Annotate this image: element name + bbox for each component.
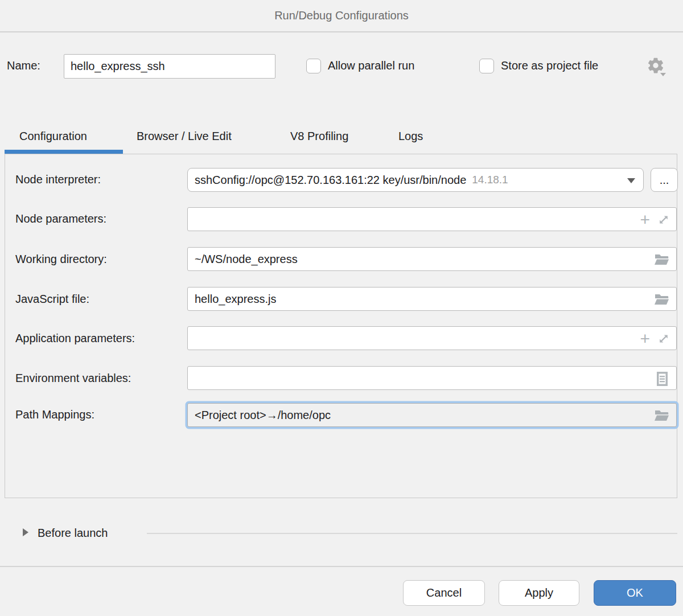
chevron-down-icon xyxy=(660,73,666,76)
list-icon[interactable] xyxy=(656,367,668,391)
expand-icon[interactable] xyxy=(657,327,670,351)
store-as-project-file-label[interactable]: Store as project file xyxy=(501,59,598,72)
active-tab-indicator xyxy=(5,150,123,154)
apply-button[interactable]: Apply xyxy=(499,580,579,606)
store-as-project-file-checkbox[interactable] xyxy=(479,59,494,73)
tab-configuration[interactable]: Configuration xyxy=(19,130,87,143)
triangle-right-icon[interactable] xyxy=(23,528,28,536)
expand-icon[interactable] xyxy=(657,208,670,232)
configuration-panel: Node interpreter: sshConfig://opc@152.70… xyxy=(5,154,677,498)
open-folder-icon[interactable] xyxy=(654,248,669,272)
path-mappings-label: Path Mappings: xyxy=(15,408,94,421)
javascript-file-input[interactable]: hello_express.js xyxy=(187,287,677,311)
node-interpreter-label: Node interpreter: xyxy=(15,173,101,186)
name-label: Name: xyxy=(7,59,40,72)
open-folder-icon[interactable] xyxy=(654,404,669,428)
gear-icon[interactable] xyxy=(647,56,667,77)
path-mappings-value: <Project root>→/home/opc xyxy=(195,409,331,422)
footer-separator xyxy=(0,566,683,567)
working-directory-value: ~/WS/node_express xyxy=(195,253,298,266)
node-parameters-label: Node parameters: xyxy=(15,212,106,225)
application-parameters-input[interactable]: + xyxy=(187,326,677,350)
node-interpreter-browse-button[interactable]: ... xyxy=(651,168,678,192)
node-parameters-input[interactable]: + xyxy=(187,207,677,231)
open-folder-icon[interactable] xyxy=(654,288,669,311)
path-mappings-input[interactable]: <Project root>→/home/opc xyxy=(187,403,677,427)
working-directory-input[interactable]: ~/WS/node_express xyxy=(187,247,677,271)
allow-parallel-run-checkbox[interactable] xyxy=(306,59,321,73)
run-debug-configurations-dialog: { "title": "Run/Debug Configurations", "… xyxy=(0,0,683,616)
dialog-titlebar: Run/Debug Configurations xyxy=(0,0,683,32)
node-interpreter-combobox[interactable]: sshConfig://opc@152.70.163.161:22 key/us… xyxy=(187,168,644,192)
working-directory-label: Working directory: xyxy=(15,253,107,266)
javascript-file-label: JavaScript file: xyxy=(15,293,89,306)
plus-icon[interactable]: + xyxy=(640,208,650,232)
application-parameters-label: Application parameters: xyxy=(15,332,135,345)
chevron-down-icon[interactable] xyxy=(627,178,635,183)
cancel-button[interactable]: Cancel xyxy=(403,580,485,606)
tab-v8-profiling[interactable]: V8 Profiling xyxy=(290,130,348,143)
ok-button[interactable]: OK xyxy=(594,580,676,606)
node-interpreter-version: 14.18.1 xyxy=(472,174,508,186)
tab-browser-live-edit[interactable]: Browser / Live Edit xyxy=(137,130,232,143)
dialog-title: Run/Debug Configurations xyxy=(274,9,409,22)
plus-icon[interactable]: + xyxy=(640,327,650,351)
before-launch-label[interactable]: Before launch xyxy=(38,527,108,540)
environment-variables-label: Environment variables: xyxy=(15,372,131,385)
javascript-file-value: hello_express.js xyxy=(195,293,276,306)
allow-parallel-run-label[interactable]: Allow parallel run xyxy=(328,59,414,72)
tab-logs[interactable]: Logs xyxy=(398,130,423,143)
before-launch-separator xyxy=(147,533,677,534)
environment-variables-input[interactable] xyxy=(187,366,677,390)
name-input[interactable] xyxy=(64,54,275,79)
node-interpreter-value: sshConfig://opc@152.70.163.161:22 key/us… xyxy=(195,174,466,187)
